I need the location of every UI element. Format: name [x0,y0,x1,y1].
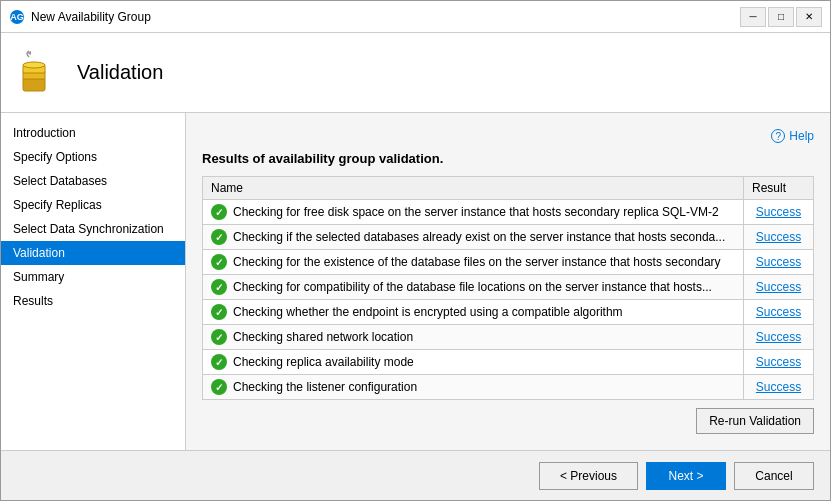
validation-icon [17,49,65,97]
col-name: Name [203,177,744,200]
row-result-cell[interactable]: Success [744,275,814,300]
table-row: ✓Checking if the selected databases alre… [203,225,814,250]
row-result-cell[interactable]: Success [744,225,814,250]
help-icon: ? [771,129,785,143]
sidebar-item-validation[interactable]: Validation [1,241,185,265]
col-result: Result [744,177,814,200]
row-name-text: Checking for free disk space on the serv… [233,205,719,219]
help-label: Help [789,129,814,143]
sidebar-item-select-databases[interactable]: Select Databases [1,169,185,193]
table-row: ✓Checking the listener configurationSucc… [203,375,814,400]
success-link[interactable]: Success [756,305,801,319]
app-icon: AG [9,9,25,25]
success-link[interactable]: Success [756,255,801,269]
success-link[interactable]: Success [756,330,801,344]
table-row: ✓Checking for the existence of the datab… [203,250,814,275]
page-title: Validation [77,61,163,84]
table-row: ✓Checking for compatibility of the datab… [203,275,814,300]
success-link[interactable]: Success [756,205,801,219]
check-icon: ✓ [211,254,227,270]
check-icon: ✓ [211,329,227,345]
row-result-cell[interactable]: Success [744,300,814,325]
row-name-cell: ✓Checking for compatibility of the datab… [203,275,744,300]
sidebar: Introduction Specify Options Select Data… [1,113,186,450]
minimize-btn[interactable]: ─ [740,7,766,27]
row-name-cell: ✓Checking for free disk space on the ser… [203,200,744,225]
row-name-cell: ✓Checking whether the endpoint is encryp… [203,300,744,325]
check-icon: ✓ [211,354,227,370]
row-name-cell: ✓Checking shared network location [203,325,744,350]
rerun-area: Re-run Validation [202,400,814,442]
row-name-text: Checking for compatibility of the databa… [233,280,712,294]
row-name-text: Checking if the selected databases alrea… [233,230,725,244]
row-name-cell: ✓Checking if the selected databases alre… [203,225,744,250]
check-icon: ✓ [211,229,227,245]
validation-table: Name Result ✓Checking for free disk spac… [202,176,814,400]
next-btn[interactable]: Next > [646,462,726,490]
window-controls: ─ □ ✕ [740,7,822,27]
row-name-text: Checking for the existence of the databa… [233,255,721,269]
success-link[interactable]: Success [756,355,801,369]
main-window: AG New Availability Group ─ □ ✕ Validati… [0,0,831,501]
row-result-cell[interactable]: Success [744,250,814,275]
row-name-text: Checking shared network location [233,330,413,344]
row-name-text: Checking whether the endpoint is encrypt… [233,305,623,319]
table-row: ✓Checking replica availability modeSucce… [203,350,814,375]
row-name-text: Checking replica availability mode [233,355,414,369]
previous-btn[interactable]: < Previous [539,462,638,490]
svg-text:AG: AG [10,12,24,22]
results-description: Results of availability group validation… [202,151,814,166]
help-link[interactable]: ? Help [771,129,814,143]
cancel-btn[interactable]: Cancel [734,462,814,490]
main-content: ? Help Results of availability group val… [186,113,830,450]
page-header: Validation [1,33,830,113]
title-bar: AG New Availability Group ─ □ ✕ [1,1,830,33]
sidebar-item-introduction[interactable]: Introduction [1,121,185,145]
check-icon: ✓ [211,279,227,295]
sidebar-item-specify-options[interactable]: Specify Options [1,145,185,169]
table-row: ✓Checking shared network locationSuccess [203,325,814,350]
sidebar-item-select-data-sync[interactable]: Select Data Synchronization [1,217,185,241]
check-icon: ✓ [211,304,227,320]
row-result-cell[interactable]: Success [744,325,814,350]
sidebar-item-specify-replicas[interactable]: Specify Replicas [1,193,185,217]
maximize-btn[interactable]: □ [768,7,794,27]
check-icon: ✓ [211,379,227,395]
footer: < Previous Next > Cancel [1,450,830,500]
sidebar-item-summary[interactable]: Summary [1,265,185,289]
row-result-cell[interactable]: Success [744,350,814,375]
success-link[interactable]: Success [756,230,801,244]
table-row: ✓Checking for free disk space on the ser… [203,200,814,225]
row-name-cell: ✓Checking the listener configuration [203,375,744,400]
row-name-cell: ✓Checking for the existence of the datab… [203,250,744,275]
row-result-cell[interactable]: Success [744,375,814,400]
window-title: New Availability Group [31,10,740,24]
success-link[interactable]: Success [756,280,801,294]
row-result-cell[interactable]: Success [744,200,814,225]
success-link[interactable]: Success [756,380,801,394]
sidebar-item-results[interactable]: Results [1,289,185,313]
rerun-btn[interactable]: Re-run Validation [696,408,814,434]
table-row: ✓Checking whether the endpoint is encryp… [203,300,814,325]
svg-point-5 [23,62,45,68]
row-name-cell: ✓Checking replica availability mode [203,350,744,375]
row-name-text: Checking the listener configuration [233,380,417,394]
content-area: Introduction Specify Options Select Data… [1,113,830,450]
close-btn[interactable]: ✕ [796,7,822,27]
check-icon: ✓ [211,204,227,220]
